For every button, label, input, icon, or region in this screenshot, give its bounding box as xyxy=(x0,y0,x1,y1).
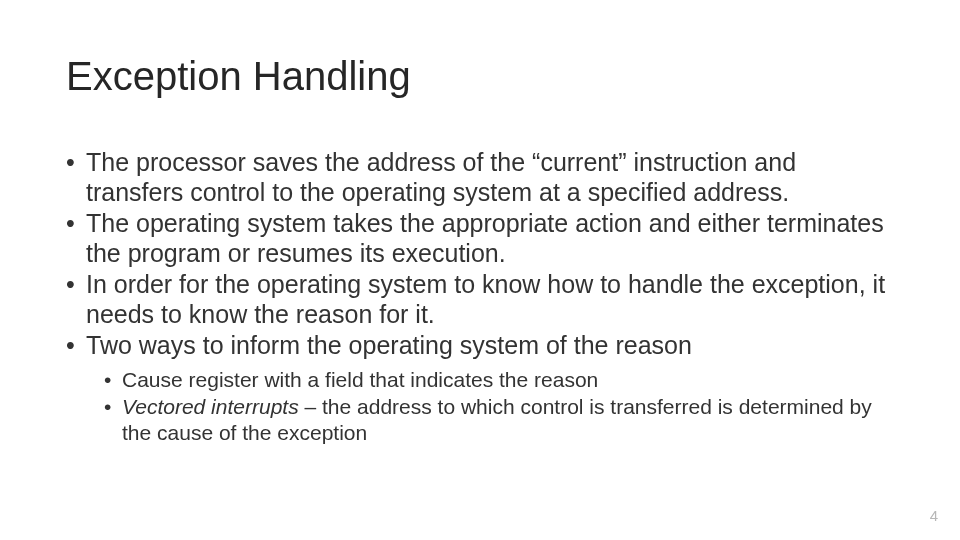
bullet-item: In order for the operating system to kno… xyxy=(66,270,896,329)
bullet-item: The operating system takes the appropria… xyxy=(66,209,896,268)
sub-bullet-item: Vectored interrupts – the address to whi… xyxy=(104,394,896,445)
sub-bullet-text: Cause register with a field that indicat… xyxy=(122,368,598,391)
slide-body: The processor saves the address of the “… xyxy=(66,148,896,447)
page-number: 4 xyxy=(930,507,938,524)
slide: Exception Handling The processor saves t… xyxy=(0,0,960,540)
sub-bullet-italic: Vectored interrupts xyxy=(122,395,299,418)
slide-title: Exception Handling xyxy=(66,54,411,99)
bullet-item: Two ways to inform the operating system … xyxy=(66,331,896,361)
sub-bullet-item: Cause register with a field that indicat… xyxy=(104,367,896,393)
sub-bullet-group: Cause register with a field that indicat… xyxy=(66,367,896,446)
bullet-item: The processor saves the address of the “… xyxy=(66,148,896,207)
